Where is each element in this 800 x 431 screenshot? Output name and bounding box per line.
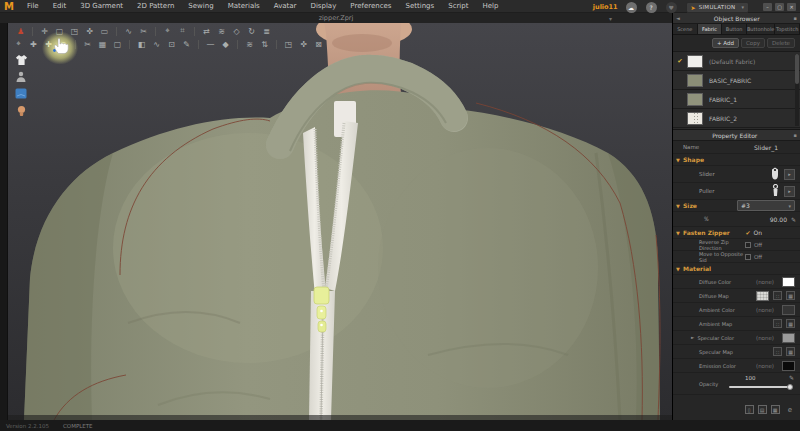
check-icon[interactable]: ✔ bbox=[673, 57, 687, 65]
fabric-swatch[interactable] bbox=[687, 55, 703, 68]
username-label[interactable]: julio11 bbox=[593, 3, 618, 11]
layout-split-icon[interactable]: ▤ bbox=[758, 405, 767, 414]
fabric-row-1[interactable]: FABRIC_1 bbox=[673, 90, 800, 109]
open-map-icon[interactable]: ▦ bbox=[786, 291, 795, 300]
checkbox-checked-icon[interactable]: ✔ bbox=[745, 229, 750, 236]
avatar-pose-icon[interactable]: ♟ bbox=[14, 25, 27, 37]
opacity-slider[interactable] bbox=[729, 386, 791, 388]
cross-icon[interactable]: ✜ bbox=[297, 38, 310, 50]
percent-value[interactable]: 90.00 bbox=[770, 216, 787, 223]
browser-icon[interactable]: e bbox=[788, 406, 792, 414]
simulation-button[interactable]: ➤ SIMULATION ▾ bbox=[686, 2, 749, 13]
menu-help[interactable]: Help bbox=[476, 0, 506, 13]
menu-materials[interactable]: Materials bbox=[221, 0, 267, 13]
slider-shape-icon[interactable] bbox=[770, 167, 780, 181]
fabric-row-basic[interactable]: BASIC_FABRIC bbox=[673, 71, 800, 90]
tab-fabric[interactable]: Fabric bbox=[698, 24, 723, 34]
scissors-icon[interactable]: ✂ bbox=[137, 25, 150, 37]
frame-2-icon[interactable]: ◳ bbox=[282, 38, 295, 50]
tab-button[interactable]: Button bbox=[722, 24, 747, 34]
fabric-row-2[interactable]: FABRIC_2 bbox=[673, 109, 800, 128]
community-icon[interactable]: ♥ bbox=[666, 2, 677, 13]
tab-buttonhole[interactable]: Buttonhole bbox=[747, 24, 775, 34]
fasten-zipper-header[interactable]: ▼ Fasten Zipper ✔ On bbox=[673, 227, 800, 239]
edit-pencil-icon[interactable]: ✎ bbox=[789, 374, 794, 381]
open-map-icon[interactable]: ▦ bbox=[786, 347, 795, 356]
wave-icon[interactable]: ≋ bbox=[243, 38, 256, 50]
size-section-header[interactable]: ▼ Size #3 ▾ bbox=[673, 200, 800, 212]
chevron-down-icon[interactable]: ▾ bbox=[741, 4, 744, 10]
texture-icon[interactable]: ⊡ bbox=[165, 38, 178, 50]
fabric-row-default[interactable]: ✔ (Default Fabric) bbox=[673, 52, 800, 71]
shape-section-header[interactable]: ▼ Shape bbox=[673, 154, 800, 166]
box-select-icon[interactable]: ▢ bbox=[111, 38, 124, 50]
hand-icon[interactable]: ✛ bbox=[38, 25, 51, 37]
fabric-swatch-icon[interactable] bbox=[14, 87, 28, 100]
avatar-head-icon[interactable] bbox=[14, 104, 28, 117]
puller-picker-button[interactable]: ▸ bbox=[784, 186, 795, 197]
menu-avatar[interactable]: Avatar bbox=[267, 0, 304, 13]
copy-fabric-button[interactable]: Copy bbox=[741, 38, 765, 48]
erase-icon[interactable]: ⊠ bbox=[312, 38, 325, 50]
fabric-list-scrollbar[interactable] bbox=[795, 54, 799, 126]
layout-single-icon[interactable]: ▯ bbox=[745, 405, 754, 414]
open-map-icon[interactable]: ▦ bbox=[786, 319, 795, 328]
tile-map-icon[interactable]: ∷ bbox=[773, 347, 782, 356]
fabric-swatch[interactable] bbox=[687, 74, 703, 87]
app-logo[interactable]: M bbox=[0, 0, 20, 13]
help-icon[interactable]: ? bbox=[646, 2, 657, 13]
menu-edit[interactable]: Edit bbox=[46, 0, 74, 13]
add-fabric-button[interactable]: + Add bbox=[712, 38, 739, 48]
fabric-swatch[interactable] bbox=[687, 93, 703, 106]
edit-pencil-icon[interactable]: ✎ bbox=[791, 216, 796, 223]
diffuse-map-swatch[interactable] bbox=[756, 291, 769, 301]
grid-icon[interactable]: ⌗ bbox=[176, 25, 189, 37]
material-section-header[interactable]: ▼ Material bbox=[673, 263, 800, 275]
minimize-button[interactable]: – bbox=[763, 3, 772, 11]
cloud-icon[interactable]: ☁ bbox=[626, 2, 637, 13]
shade-icon[interactable]: ◧ bbox=[135, 38, 148, 50]
gem-icon[interactable]: ◆ bbox=[219, 38, 232, 50]
menu-preferences[interactable]: Preferences bbox=[343, 0, 398, 13]
menu-sewing[interactable]: Sewing bbox=[181, 0, 220, 13]
pin-icon[interactable]: ▪ bbox=[791, 15, 800, 21]
pin-icon[interactable]: ▪ bbox=[791, 132, 800, 138]
checkbox-unchecked-icon[interactable] bbox=[745, 242, 751, 248]
puller-shape-icon[interactable] bbox=[771, 184, 780, 198]
menu-settings[interactable]: Settings bbox=[398, 0, 441, 13]
diffuse-color-swatch[interactable] bbox=[782, 277, 795, 287]
menu-script[interactable]: Script bbox=[441, 0, 475, 13]
panel-collapse-icon[interactable]: ◄ bbox=[673, 15, 683, 21]
menu-3d-garment[interactable]: 3D Garment bbox=[73, 0, 130, 13]
tab-topstitch[interactable]: Topstitch bbox=[775, 24, 800, 34]
pen-icon[interactable]: ✎ bbox=[180, 38, 193, 50]
ambient-color-swatch[interactable] bbox=[782, 305, 795, 315]
tab-scene[interactable]: Scene bbox=[673, 24, 698, 34]
layout-grid-icon[interactable]: ▦ bbox=[771, 405, 780, 414]
wind-icon[interactable]: ∿ bbox=[122, 25, 135, 37]
opacity-value[interactable]: 100 bbox=[745, 375, 756, 381]
gizmo-icon[interactable]: ✜ bbox=[83, 25, 96, 37]
show-avatar-icon[interactable] bbox=[14, 70, 28, 83]
curve-icon[interactable]: ∿ bbox=[150, 38, 163, 50]
menu-2d-pattern[interactable]: 2D Pattern bbox=[130, 0, 181, 13]
close-button[interactable]: ✕ bbox=[787, 3, 796, 11]
swap-icon[interactable]: ⇄ bbox=[200, 25, 213, 37]
delete-fabric-button[interactable]: Delete bbox=[767, 38, 795, 48]
flip-icon[interactable]: ⇅ bbox=[258, 38, 271, 50]
menu-display[interactable]: Display bbox=[304, 0, 344, 13]
size-dropdown[interactable]: #3 ▾ bbox=[737, 200, 795, 211]
emission-color-swatch[interactable] bbox=[782, 361, 795, 371]
select-icon[interactable]: ⌖ bbox=[12, 38, 25, 50]
mesh-icon[interactable]: ▦ bbox=[96, 38, 109, 50]
plane-icon[interactable]: ▭ bbox=[98, 25, 111, 37]
rotate-icon[interactable]: ↻ bbox=[245, 25, 258, 37]
expand-arrow-icon[interactable]: ► bbox=[691, 335, 694, 340]
pin-icon[interactable]: ⌖ bbox=[161, 25, 174, 37]
measure-icon[interactable]: — bbox=[204, 38, 217, 50]
ripple-icon[interactable]: ≋ bbox=[215, 25, 228, 37]
specular-color-swatch[interactable] bbox=[782, 333, 795, 343]
cut-icon[interactable]: ✂ bbox=[81, 38, 94, 50]
slider-picker-button[interactable]: ▸ bbox=[784, 169, 795, 180]
checkbox-unchecked-icon[interactable] bbox=[745, 254, 751, 260]
